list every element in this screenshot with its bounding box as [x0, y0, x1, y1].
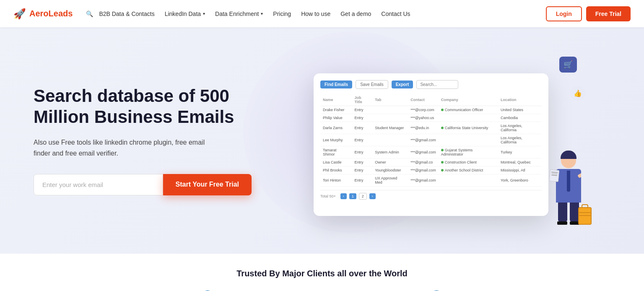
table-cell: Student Manager: [372, 122, 408, 134]
nav-link-how-to-use[interactable]: How to use: [297, 8, 335, 20]
table-cell: Communication Officer: [439, 106, 498, 114]
table-cell: Montreal, Quebec: [498, 158, 542, 166]
brand-name: AeroLeads: [29, 9, 73, 18]
table-cell: [372, 134, 408, 146]
pagination-2[interactable]: 2: [359, 193, 367, 200]
table-cell: Entry: [352, 146, 372, 158]
table-cell: Los Angeles, California: [498, 122, 542, 134]
nav-item-pricing[interactable]: Pricing: [269, 8, 295, 20]
table-cell: York, Greenboro: [498, 174, 542, 187]
hero-left-content: Search database of 500 Million Business …: [34, 86, 252, 195]
nav-link-enrichment[interactable]: Data Enrichment ▾: [211, 8, 267, 20]
nav-item-linkedin[interactable]: LinkedIn Data ▾: [161, 8, 209, 20]
hero-title: Search database of 500 Million Business …: [34, 86, 252, 127]
table-cell: UX Approved Med: [372, 174, 408, 187]
table-row: Lee MurphyEntry***@gmail.comLos Angeles,…: [320, 134, 542, 146]
table-row: Darla ZarnsEntryStudent Manager***@edu.i…: [320, 122, 542, 134]
table-cell: Los Angeles, California: [498, 134, 542, 146]
table-cell: Lee Murphy: [320, 134, 352, 146]
col-location: Location: [498, 94, 542, 106]
table-row: Tamarat ShimorEntrySystem Admin***@gmail…: [320, 146, 542, 158]
nav-item-enrichment[interactable]: Data Enrichment ▾: [211, 8, 267, 20]
nav-item-contact[interactable]: Contact Us: [377, 8, 414, 20]
table-cell: Lisa Castle: [320, 158, 352, 166]
nav-link-b2b[interactable]: B2B Data & Contacts: [95, 8, 158, 20]
pagination-prev[interactable]: ‹: [340, 193, 347, 199]
save-emails-button[interactable]: Save Emails: [356, 80, 388, 89]
nav-link-linkedin[interactable]: LinkedIn Data ▾: [161, 8, 209, 20]
dashboard-search-input[interactable]: [416, 80, 458, 89]
nav-item-how-to-use[interactable]: How to use: [297, 8, 335, 20]
col-jobtitle: Job Title: [352, 94, 372, 106]
thumbs-up-icon-bubble: 👍: [570, 86, 585, 101]
email-input[interactable]: [34, 174, 163, 195]
table-cell: Entry: [352, 114, 372, 122]
table-cell: Construction Client: [439, 158, 498, 166]
table-cell: California State University: [439, 122, 498, 134]
trusted-section: Trusted By Major Clients all over the Wo…: [0, 254, 644, 291]
nav-links: 🔍 B2B Data & Contacts LinkedIn Data ▾ Da…: [86, 8, 545, 20]
nav-search-icon-item: 🔍: [86, 10, 93, 18]
col-contact: Contact: [408, 94, 439, 106]
table-cell: Entry: [352, 134, 372, 146]
table-cell: Another School District: [439, 166, 498, 174]
pagination-row: Total 50+ ‹ 1 2 ›: [320, 190, 542, 200]
hero-subtitle: Also use Free tools like linkedin chrome…: [34, 137, 210, 158]
nav-item-b2b[interactable]: B2B Data & Contacts: [95, 8, 158, 20]
person-illustration: [556, 153, 606, 237]
table-row: Philip ValueEntry***@yahoo.usCambodia: [320, 114, 542, 122]
table-cell: ***@corp.com: [408, 106, 439, 114]
table-cell: System Admin: [372, 146, 408, 158]
brand-logo-link[interactable]: 🚀 AeroLeads: [13, 8, 73, 20]
table-cell: [439, 174, 498, 187]
table-cell: ***@gmail.com: [408, 166, 439, 174]
table-row: Tori HintonEntryUX Approved Med***@gmail…: [320, 174, 542, 187]
start-free-trial-button[interactable]: Start Your Free Trial: [163, 174, 252, 195]
table-cell: United States: [498, 106, 542, 114]
table-cell: ***@gmail.com: [408, 146, 439, 158]
col-company: Company: [439, 94, 498, 106]
dashboard-table: Name Job Title Tab Contact Company Locat…: [320, 94, 542, 187]
nav-link-contact[interactable]: Contact Us: [377, 8, 414, 20]
brand-rocket-icon: 🚀: [13, 8, 26, 20]
table-row: Lisa CastleEntryOwner***@gmail.coConstru…: [320, 158, 542, 166]
dashboard-mockup: Find Emails Save Emails Export Name Job …: [314, 73, 548, 216]
table-cell: ***@gmail.com: [408, 174, 439, 187]
nav-actions: Login Free Trial: [546, 6, 631, 21]
cart-icon-bubble: 🛒: [559, 57, 577, 73]
nav-item-get-demo[interactable]: Get a demo: [336, 8, 375, 20]
find-emails-button[interactable]: Find Emails: [320, 81, 352, 88]
dashboard-topbar: Find Emails Save Emails Export: [320, 80, 542, 89]
chevron-down-icon: ▾: [203, 11, 205, 16]
pagination-next[interactable]: ›: [369, 193, 376, 199]
hero-right-illustration: 🛒 👍 Find Emails Save Emails Export Name …: [252, 44, 610, 237]
table-row: Phil BrooksEntryYoungbloodster***@gmail.…: [320, 166, 542, 174]
table-cell: Drake Fisher: [320, 106, 352, 114]
table-cell: Philip Value: [320, 114, 352, 122]
table-cell: Phil Brooks: [320, 166, 352, 174]
free-trial-button[interactable]: Free Trial: [586, 6, 631, 21]
navbar: 🚀 AeroLeads 🔍 B2B Data & Contacts Linked…: [0, 0, 644, 27]
export-button[interactable]: Export: [392, 81, 413, 88]
table-cell: Entry: [352, 158, 372, 166]
trusted-title: Trusted By Major Clients all over the Wo…: [17, 269, 627, 278]
table-cell: [372, 106, 408, 114]
table-cell: [439, 134, 498, 146]
table-cell: [439, 114, 498, 122]
search-icon: 🔍: [86, 10, 93, 17]
login-button[interactable]: Login: [546, 6, 582, 21]
table-cell: ***@gmail.com: [408, 134, 439, 146]
table-cell: Gujarat Systems Administrator: [439, 146, 498, 158]
table-row: Drake FisherEntry***@corp.comCommunicati…: [320, 106, 542, 114]
nav-link-get-demo[interactable]: Get a demo: [336, 8, 375, 20]
col-tab: Tab: [372, 94, 408, 106]
table-cell: Mississippi, Atl: [498, 166, 542, 174]
table-cell: [372, 114, 408, 122]
table-cell: Entry: [352, 106, 372, 114]
hero-section: Search database of 500 Million Business …: [0, 27, 644, 254]
table-cell: Tori Hinton: [320, 174, 352, 187]
nav-link-pricing[interactable]: Pricing: [269, 8, 295, 20]
pagination-1[interactable]: 1: [349, 193, 356, 199]
table-cell: Cambodia: [498, 114, 542, 122]
table-cell: Owner: [372, 158, 408, 166]
